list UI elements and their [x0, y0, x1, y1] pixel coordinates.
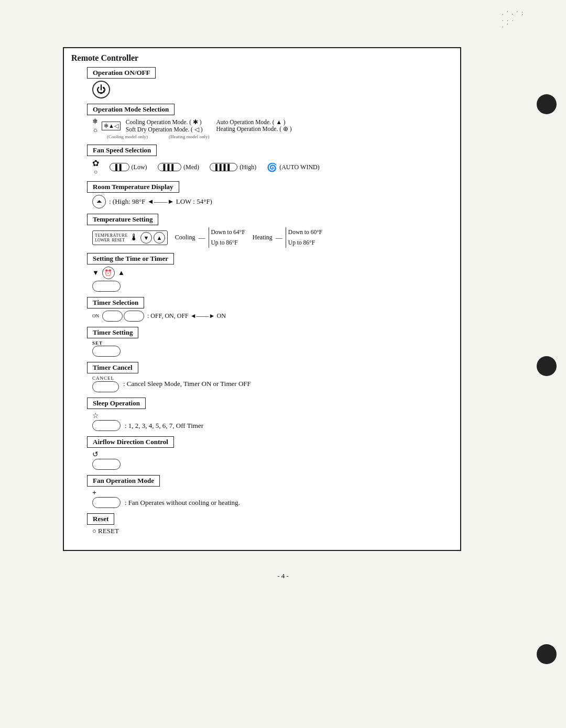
section-header-sleep: Sleep Operation	[87, 398, 146, 409]
heating-up: Up to 86°F	[288, 238, 322, 248]
auto-icon-group: ❄▲◁	[102, 122, 121, 130]
med-speed-btn[interactable]: ▌▌▌	[158, 163, 181, 171]
temp-range-text: : (High: 98°F ◄——► LOW : 54°F)	[109, 197, 212, 206]
sun-icon: ☼	[92, 126, 99, 134]
cooling-mode-label: Cooling Operation Mode. ( ✱ )	[126, 118, 203, 126]
fan-op-btn[interactable]	[92, 497, 121, 508]
section-header-fan-op: Fan Operation Mode	[87, 475, 160, 487]
fan-high: ▌▌▌▌ (High)	[210, 163, 256, 171]
fan-op-row: +	[92, 489, 453, 497]
section-header-temp: Temperature Setting	[87, 214, 158, 225]
auto-icon: ❄▲◁	[102, 122, 121, 130]
airflow-btn[interactable]	[92, 459, 121, 470]
high-speed-btn[interactable]: ▌▌▌▌	[210, 163, 237, 171]
section-header-set-time: Setting the Time or Timer	[87, 253, 174, 264]
up-arrow-icon: ▲	[118, 269, 125, 277]
auto-wind-icon: 🌀	[267, 162, 277, 172]
section-header-mode: Operation Mode Selection	[87, 104, 175, 115]
cooling-icon-group: ❄ ☼	[92, 117, 99, 134]
section-header-fan: Fan Speed Selection	[87, 145, 157, 156]
page-number: - 4 -	[0, 572, 566, 580]
sleep-content: ☆ : 1, 2, 3, 4, 5, 6, 7, Off Timer	[92, 411, 453, 431]
reset-label: ○ RESET	[92, 527, 119, 535]
cooling-up: Up to 86°F	[211, 238, 245, 248]
reset-label: RESET	[112, 238, 124, 242]
timer-cancel-row: CANCEL : Cancel Sleep Mode, Timer ON or …	[92, 376, 453, 392]
mode-labels-left: Cooling Operation Mode. ( ✱ ) Soft Dry O…	[126, 118, 203, 133]
cooling-range: Cooling — Down to 64°F Up to 86°F	[175, 227, 245, 248]
fan-low: ▌▌ (Low)	[110, 163, 147, 171]
cooling-note: (Cooling model only)	[107, 134, 148, 139]
cancel-btn[interactable]	[92, 381, 119, 392]
clock-icon: ⏰	[102, 267, 115, 279]
heating-mode-label: Heating Operation Mode. ( ⊕ )	[216, 125, 291, 133]
temp-control-group: TEMPERATURE LOWER RESET 🌡 ▼ ▲	[92, 230, 168, 245]
section-airflow: Airflow Direction Control ↺	[87, 436, 453, 470]
power-button[interactable]: ⏻	[92, 81, 110, 98]
temp-down-btn[interactable]: ▼	[140, 232, 152, 244]
airflow-icon: ↺	[92, 450, 99, 459]
timer-cancel-content: CANCEL : Cancel Sleep Mode, Timer ON or …	[92, 376, 453, 392]
set-time-row: ▼ ⏰ ▲	[92, 267, 453, 279]
heating-arrow: —	[276, 234, 282, 242]
cooling-range-bracket: Down to 64°F Up to 86°F	[209, 227, 245, 248]
timer-set-btn[interactable]	[92, 346, 121, 357]
reset-content: ○ RESET	[92, 527, 453, 535]
decorative-dot-mid	[537, 356, 557, 376]
airflow-btn-row	[92, 459, 453, 470]
timer-sel-buttons	[102, 311, 144, 322]
fan-circle-icon: ○	[94, 168, 97, 176]
decorative-dot-top	[537, 94, 557, 114]
section-header-timer-setting: Timer Setting	[87, 327, 138, 338]
low-label: (Low)	[132, 163, 147, 171]
on-label: ON	[92, 313, 99, 318]
lower-label: LOWER	[95, 238, 110, 242]
snowflake-icon: ❄	[92, 117, 98, 126]
fan-op-text: : Fan Operates without cooling or heatin…	[125, 499, 240, 507]
cancel-text: : Cancel Sleep Mode, Timer ON or Timer O…	[123, 380, 251, 388]
cancel-label-text: CANCEL	[92, 376, 114, 381]
fan-speed-row: ✿ ○ ▌▌ (Low) ▌▌▌	[92, 158, 453, 176]
section-header-reset: Reset	[87, 513, 114, 525]
remote-controller-title: Remote Controller	[71, 53, 453, 63]
section-header-timer-cancel: Timer Cancel	[87, 362, 138, 373]
thermometer-big-icon: 🌡	[129, 232, 139, 243]
low-speed-bars: ▌▌	[115, 164, 124, 170]
main-content: Remote Controller Operation ON/OFF ⏻ Ope…	[63, 47, 493, 551]
med-speed-bars: ▌▌▌	[164, 164, 176, 170]
cooling-down: Down to 64°F	[211, 227, 245, 238]
set-time-content: ▼ ⏰ ▲	[92, 267, 453, 292]
star-icon: ☆	[92, 411, 99, 420]
timer-sel-text: : OFF, ON, OFF ◄——► ON	[147, 312, 226, 320]
thermometer-icon: ⏶	[92, 195, 106, 208]
low-speed-btn[interactable]: ▌▌	[110, 163, 129, 171]
cooling-arrow: —	[199, 234, 205, 242]
temp-setting-content: TEMPERATURE LOWER RESET 🌡 ▼ ▲	[92, 227, 453, 248]
mode-notes: (Cooling model only) (Heating model only…	[107, 134, 453, 139]
cancel-btn-group: CANCEL	[92, 376, 119, 392]
temp-up-btn[interactable]: ▲	[154, 232, 165, 244]
section-fan-operation: Fan Operation Mode + : Fan Operates with…	[87, 475, 453, 508]
section-operation-mode: Operation Mode Selection ❄ ☼ ❄▲◁	[87, 104, 453, 139]
decorative-dot-bot	[537, 644, 557, 664]
sleep-text: : 1, 2, 3, 4, 5, 6, 7, Off Timer	[125, 422, 203, 430]
temp-labels-vertical: TEMPERATURE LOWER RESET	[95, 233, 128, 242]
time-set-btn[interactable]	[92, 281, 121, 292]
decorative-marks: . ′ . ′ ; . . . . ′	[502, 9, 524, 28]
heating-label: Heating	[253, 234, 273, 241]
section-reset: Reset ○ RESET	[87, 513, 453, 535]
sleep-btn[interactable]	[92, 420, 121, 431]
section-sleep: Sleep Operation ☆ : 1, 2, 3, 4, 5, 6, 7,…	[87, 398, 453, 431]
heating-note: (Heating model only)	[169, 134, 209, 139]
room-temp-row: ⏶ : (High: 98°F ◄——► LOW : 54°F)	[92, 195, 453, 208]
temp-setting-row: TEMPERATURE LOWER RESET 🌡 ▼ ▲	[92, 227, 453, 248]
section-timer-cancel: Timer Cancel CANCEL : Cancel Sleep Mode,…	[87, 362, 453, 392]
timer-off-btn[interactable]	[124, 311, 144, 322]
timer-setting-row: SET	[92, 340, 453, 346]
timer-on-btn[interactable]	[102, 311, 123, 322]
lower-upper-labels: LOWER RESET	[95, 238, 128, 242]
heating-range-bracket: Down to 60°F Up to 86°F	[286, 227, 322, 248]
section-temp-setting: Temperature Setting TEMPERATURE LOWER RE…	[87, 214, 453, 248]
section-header-airflow: Airflow Direction Control	[87, 436, 174, 448]
reset-label-row: ○ RESET	[92, 527, 453, 535]
